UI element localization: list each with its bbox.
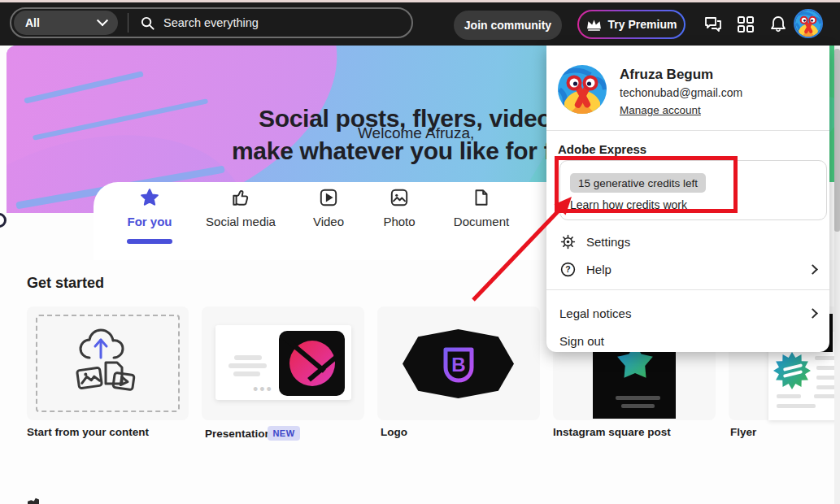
- menu-item-settings[interactable]: Settings: [546, 228, 829, 255]
- search-placeholder: Search everything: [163, 16, 259, 29]
- category-select-value: All: [25, 16, 40, 29]
- active-tab-indicator: [127, 239, 172, 244]
- chevron-right-icon: [807, 264, 818, 275]
- tab-photo[interactable]: Photo: [355, 187, 444, 245]
- tab-label: Document: [454, 215, 509, 228]
- card-label-row: Presentation NEW: [205, 426, 272, 441]
- adobe-express-home: Welcome Afruza, Social posts, flyers, vi…: [0, 0, 840, 504]
- chevron-right-icon: [807, 308, 818, 319]
- section-title: Get started: [27, 275, 104, 292]
- cloud-upload-icon: [72, 327, 145, 400]
- bell-icon[interactable]: [768, 14, 789, 35]
- divider: [546, 289, 829, 290]
- divider: [546, 130, 829, 131]
- card-label: Logo: [381, 426, 407, 438]
- star-icon: [139, 187, 160, 208]
- annotation-rectangle: [555, 156, 738, 213]
- presentation-logo: [279, 331, 345, 396]
- account-name: Afruza Begum: [620, 67, 713, 83]
- scrollbar-thumb[interactable]: [834, 49, 840, 232]
- avatar-art: [558, 65, 607, 114]
- card-logo[interactable]: B: [377, 306, 540, 420]
- starburst-seal: [773, 352, 811, 389]
- tab-for-you[interactable]: For you: [105, 187, 194, 245]
- join-community-button[interactable]: Join community: [454, 11, 562, 40]
- try-premium-button[interactable]: Try Premium: [577, 10, 685, 39]
- try-premium-label: Try Premium: [608, 18, 677, 31]
- card-label: Flyer: [730, 426, 756, 438]
- tab-label: Video: [313, 215, 344, 228]
- search-input[interactable]: Search everything: [128, 15, 411, 31]
- menu-item-label: Help: [586, 263, 612, 276]
- menu-item-label: Legal notices: [559, 306, 631, 320]
- topbar: All Search everything Join community Try…: [0, 2, 840, 46]
- tab-document[interactable]: Document: [437, 187, 526, 245]
- gear-icon: [559, 233, 577, 250]
- help-icon: ?: [559, 261, 577, 278]
- photo-icon: [389, 187, 410, 208]
- category-select[interactable]: All: [14, 11, 118, 35]
- card-label: Presentation: [205, 428, 272, 440]
- svg-text:?: ?: [565, 264, 570, 274]
- hero-headline-line2: make whatever you like for free.: [232, 137, 594, 165]
- apps-grid-icon[interactable]: [735, 14, 756, 35]
- manage-account-link[interactable]: Manage account: [620, 104, 701, 116]
- search-icon: [140, 15, 155, 31]
- card-label: Instagram square post: [553, 426, 671, 438]
- tab-label: Photo: [383, 215, 415, 228]
- avatar-art: [795, 11, 821, 37]
- video-icon: [318, 187, 339, 208]
- slide-dots: •••: [253, 387, 273, 392]
- menu-item-legal-notices[interactable]: Legal notices: [546, 299, 829, 327]
- card-label: Start from your content: [27, 426, 149, 438]
- tab-label: Social media: [206, 215, 276, 228]
- shield-b-icon: B: [441, 346, 477, 384]
- menu-item-label: Sign out: [559, 334, 604, 348]
- card-presentation[interactable]: •••: [202, 306, 364, 420]
- browser-edge-strip: [0, 0, 840, 2]
- adobe-express-label: Adobe Express: [558, 142, 646, 156]
- new-badge: NEW: [268, 426, 300, 441]
- document-icon: [471, 187, 492, 208]
- avatar[interactable]: [794, 9, 823, 38]
- avatar: [558, 65, 607, 114]
- chat-icon[interactable]: [703, 14, 724, 35]
- card-start-from-your-content[interactable]: [27, 306, 189, 420]
- menu-item-help[interactable]: ? Help: [546, 255, 829, 283]
- crown-icon: [586, 19, 602, 31]
- account-email: techonubad@gmail.com: [620, 86, 742, 99]
- menu-item-sign-out[interactable]: Sign out: [546, 327, 829, 354]
- tab-social-media[interactable]: Social media: [196, 187, 285, 245]
- thumbs-up-icon: [230, 187, 251, 208]
- menu-item-label: Settings: [586, 235, 630, 249]
- svg-text:B: B: [451, 354, 465, 376]
- chevron-down-icon: [97, 15, 108, 26]
- tab-label: For you: [128, 215, 172, 228]
- search-shell: All Search everything: [10, 7, 413, 38]
- hero-headline-line1: Social posts, flyers, videos,: [259, 105, 572, 133]
